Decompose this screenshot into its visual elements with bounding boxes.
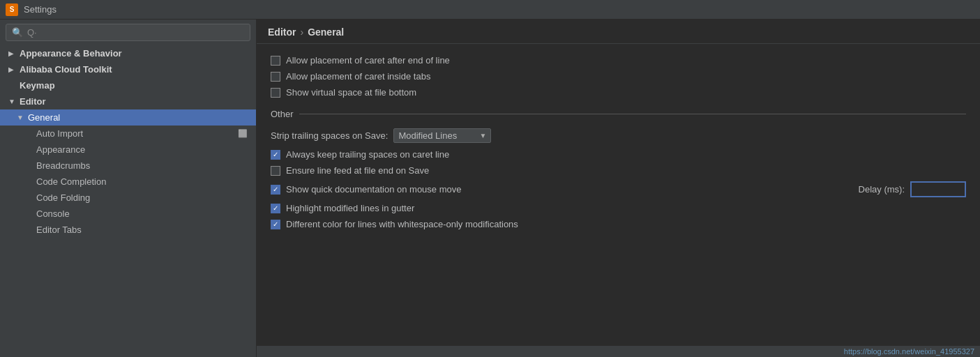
content-area: Editor › General Allow placement of care… xyxy=(257,20,980,357)
arrow-icon xyxy=(8,82,17,89)
sidebar-item-label: Breadcrumbs xyxy=(36,160,90,171)
spacer-icon xyxy=(25,178,33,185)
strip-trailing-label: Strip trailing spaces on Save: xyxy=(271,130,388,141)
checkbox-label-virtual-space[interactable]: Show virtual space at file bottom xyxy=(286,87,416,98)
breadcrumb-sep: › xyxy=(300,26,303,38)
sidebar-item-label: Auto Import xyxy=(36,128,83,139)
app-title: Settings xyxy=(24,4,56,15)
strip-trailing-row: Strip trailing spaces on Save: Modified … xyxy=(271,125,966,146)
sidebar-item-label: Editor Tabs xyxy=(36,225,82,235)
dropdown-value: Modified Lines xyxy=(398,130,457,141)
strip-trailing-dropdown[interactable]: Modified Lines ▼ xyxy=(393,128,491,143)
checkbox-row-keep-trailing: ✓ Always keep trailing spaces on caret l… xyxy=(271,146,966,162)
section-other-header: Other xyxy=(271,109,966,119)
sidebar-item-code-completion[interactable]: Code Completion xyxy=(0,174,256,190)
delay-input[interactable]: 600 xyxy=(910,181,966,197)
sidebar-item-alibaba[interactable]: ▶ Alibaba Cloud Toolkit xyxy=(0,61,256,77)
arrow-down-icon: ▼ xyxy=(17,114,25,121)
sidebar-item-label: Code Folding xyxy=(36,192,90,203)
checkbox-label-highlight-modified[interactable]: Highlight modified lines in gutter xyxy=(286,203,414,213)
spacer-icon xyxy=(25,194,33,202)
settings-content: Allow placement of caret after end of li… xyxy=(257,44,980,345)
main-container: 🔍 ▶ Appearance & Behavior ▶ Alibaba Clou… xyxy=(0,20,980,357)
breadcrumb: Editor › General xyxy=(257,20,980,44)
title-bar: S Settings xyxy=(0,0,980,20)
sidebar-tree: ▶ Appearance & Behavior ▶ Alibaba Cloud … xyxy=(0,45,256,357)
checkbox-row-line-feed: Ensure line feed at file end on Save xyxy=(271,162,966,178)
checkbox-row-caret-after-line: Allow placement of caret after end of li… xyxy=(271,52,966,68)
sidebar-item-keymap[interactable]: Keymap xyxy=(0,77,256,93)
breadcrumb-general: General xyxy=(308,26,344,38)
checkbox-label-line-feed[interactable]: Ensure line feed at file end on Save xyxy=(286,165,429,176)
section-divider xyxy=(299,114,966,114)
checkbox-row-whitespace-color: ✓ Different color for lines with whitesp… xyxy=(271,216,966,232)
sidebar-item-label: Appearance xyxy=(36,144,85,155)
copy-icon: ⬜ xyxy=(238,129,248,138)
checkbox-row-caret-inside-tabs: Allow placement of caret inside tabs xyxy=(271,68,966,84)
spacer-icon xyxy=(25,162,33,169)
breadcrumb-editor: Editor xyxy=(268,26,296,38)
spacer-icon xyxy=(25,226,33,234)
sidebar: 🔍 ▶ Appearance & Behavior ▶ Alibaba Clou… xyxy=(0,20,257,357)
arrow-down-icon: ▼ xyxy=(8,98,17,105)
sidebar-item-label: Console xyxy=(36,208,70,219)
checkbox-label-caret-after-line[interactable]: Allow placement of caret after end of li… xyxy=(286,55,450,66)
spacer-icon xyxy=(25,146,33,153)
sidebar-item-general[interactable]: ▼ General xyxy=(0,109,256,126)
sidebar-item-breadcrumbs[interactable]: Breadcrumbs xyxy=(0,158,256,174)
status-bar: https://blog.csdn.net/weixin_41955327 xyxy=(257,345,980,357)
sidebar-item-auto-import[interactable]: Auto Import ⬜ xyxy=(0,126,256,142)
arrow-icon: ▶ xyxy=(8,66,17,73)
checkbox-virtual-space[interactable] xyxy=(271,88,280,98)
checkbox-row-virtual-space: Show virtual space at file bottom xyxy=(271,84,966,100)
sidebar-item-editor[interactable]: ▼ Editor xyxy=(0,93,256,109)
app-icon: S xyxy=(6,3,18,16)
checkbox-whitespace-color[interactable]: ✓ xyxy=(271,220,280,229)
checkbox-row-highlight-modified: ✓ Highlight modified lines in gutter xyxy=(271,200,966,216)
section-title-other: Other xyxy=(271,109,294,119)
sidebar-item-label: Alibaba Cloud Toolkit xyxy=(20,64,112,75)
sidebar-item-code-folding[interactable]: Code Folding xyxy=(0,190,256,206)
status-url: https://blog.csdn.net/weixin_41955327 xyxy=(844,347,974,356)
delay-label: Delay (ms): xyxy=(859,184,905,195)
sidebar-item-console[interactable]: Console xyxy=(0,206,256,222)
spacer-icon xyxy=(25,210,33,218)
sidebar-item-label: Keymap xyxy=(20,80,55,91)
quick-doc-row: ✓ Show quick documentation on mouse move… xyxy=(271,178,966,200)
sidebar-item-label: General xyxy=(28,112,60,123)
search-input[interactable] xyxy=(27,27,244,38)
sidebar-item-appearance[interactable]: Appearance xyxy=(0,142,256,158)
checkbox-quick-doc[interactable]: ✓ xyxy=(271,185,280,195)
sidebar-item-label: Editor xyxy=(20,96,46,107)
checkbox-caret-after-line[interactable] xyxy=(271,56,280,66)
checkbox-label-whitespace-color[interactable]: Different color for lines with whitespac… xyxy=(286,219,518,229)
checkbox-keep-trailing[interactable]: ✓ xyxy=(271,150,280,160)
sidebar-item-appearance-behavior[interactable]: ▶ Appearance & Behavior xyxy=(0,45,256,61)
spacer-icon xyxy=(25,130,33,137)
checkbox-label-caret-inside-tabs[interactable]: Allow placement of caret inside tabs xyxy=(286,71,430,82)
checkbox-label-quick-doc[interactable]: Show quick documentation on mouse move xyxy=(286,184,461,195)
checkbox-label-keep-trailing[interactable]: Always keep trailing spaces on caret lin… xyxy=(286,149,449,160)
search-icon: 🔍 xyxy=(12,27,23,38)
checkbox-caret-inside-tabs[interactable] xyxy=(271,72,280,82)
checkbox-line-feed[interactable] xyxy=(271,166,280,176)
sidebar-item-label: Appearance & Behavior xyxy=(20,48,122,59)
sidebar-item-label: Code Completion xyxy=(36,176,106,187)
chevron-down-icon: ▼ xyxy=(479,132,486,139)
arrow-icon: ▶ xyxy=(8,50,17,57)
search-box[interactable]: 🔍 xyxy=(6,24,250,41)
sidebar-item-editor-tabs[interactable]: Editor Tabs xyxy=(0,222,256,238)
checkbox-highlight-modified[interactable]: ✓ xyxy=(271,204,280,213)
